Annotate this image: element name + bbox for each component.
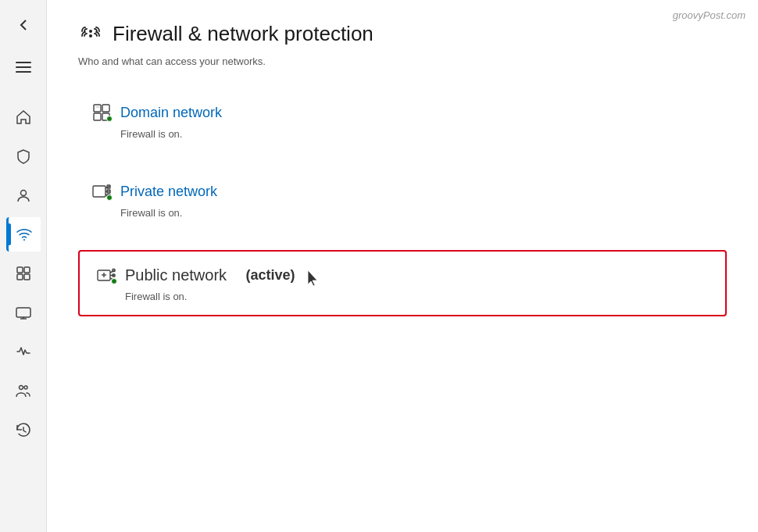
svg-point-15	[89, 34, 92, 37]
public-network-status: Firewall is on.	[125, 291, 710, 302]
svg-rect-17	[102, 105, 109, 112]
svg-rect-18	[94, 113, 101, 120]
watermark: groovyPost.com	[673, 9, 745, 21]
apps-button[interactable]	[6, 256, 41, 291]
svg-rect-1	[16, 66, 31, 68]
domain-network-name[interactable]: Domain network	[120, 105, 222, 121]
sidebar	[0, 0, 47, 532]
svg-rect-7	[17, 274, 23, 280]
page-subtitle: Who and what can access your networks.	[78, 55, 727, 67]
svg-rect-0	[16, 62, 31, 63]
svg-rect-6	[24, 267, 30, 273]
svg-rect-9	[16, 308, 30, 317]
svg-point-3	[20, 191, 26, 196]
private-network-icon	[91, 180, 113, 202]
health-button[interactable]	[6, 334, 41, 369]
public-network-item[interactable]: Public network (active) Firewall is on.	[78, 250, 727, 316]
page-title: Firewall & network protection	[113, 22, 374, 46]
public-active-dot	[111, 278, 117, 284]
private-network-name[interactable]: Private network	[120, 184, 217, 200]
firewall-icon	[78, 19, 103, 49]
cursor-icon	[305, 269, 320, 287]
svg-rect-8	[24, 274, 30, 280]
private-network-item[interactable]: Private network Firewall is on.	[78, 171, 727, 228]
back-button[interactable]	[6, 8, 41, 42]
domain-network-item[interactable]: Domain network Firewall is on.	[78, 92, 727, 149]
home-button[interactable]	[6, 100, 41, 134]
main-content: groovyPost.com Firewall & network protec…	[47, 0, 758, 532]
domain-network-status: Firewall is on.	[120, 128, 714, 140]
domain-network-header: Domain network	[91, 102, 714, 123]
svg-rect-22	[93, 186, 105, 197]
public-network-icon	[95, 264, 117, 286]
public-network-header: Public network (active)	[95, 264, 710, 286]
page-header: Firewall & network protection	[78, 19, 727, 49]
public-network-name: Public network	[125, 266, 227, 284]
family-button[interactable]	[6, 373, 41, 408]
svg-point-13	[24, 386, 27, 389]
wifi-button[interactable]	[6, 217, 41, 252]
svg-point-12	[19, 386, 23, 390]
public-active-badge: (active)	[246, 267, 295, 284]
private-network-status: Firewall is on.	[120, 207, 714, 219]
svg-rect-2	[16, 71, 31, 73]
shield-button[interactable]	[6, 139, 41, 173]
svg-rect-16	[94, 105, 101, 112]
svg-point-4	[23, 239, 25, 241]
private-network-header: Private network	[91, 180, 714, 202]
person-button[interactable]	[6, 178, 41, 212]
svg-point-14	[89, 30, 92, 33]
history-button[interactable]	[6, 412, 41, 447]
private-active-dot	[106, 195, 113, 201]
domain-active-dot	[106, 116, 113, 122]
domain-network-icon	[91, 102, 113, 123]
svg-rect-5	[17, 267, 23, 273]
device-button[interactable]	[6, 295, 41, 330]
menu-button[interactable]	[6, 50, 41, 84]
